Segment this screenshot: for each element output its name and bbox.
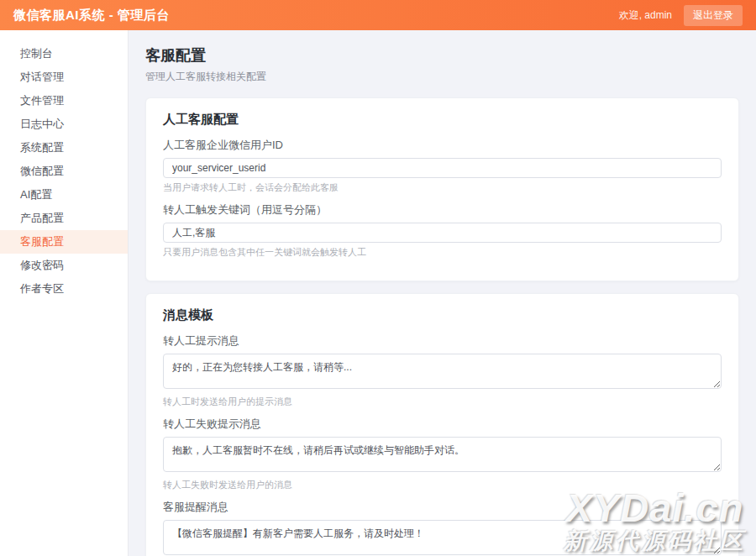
- sidebar-nav: 控制台 对话管理 文件管理 日志中心 系统配置 微信配置 AI配置 产品配置 客…: [0, 30, 129, 556]
- logout-button[interactable]: 退出登录: [684, 5, 743, 26]
- sidebar-item-files[interactable]: 文件管理: [0, 89, 128, 113]
- sidebar-item-system-config[interactable]: 系统配置: [0, 136, 128, 160]
- trigger-keywords-group: 转人工触发关键词（用逗号分隔） 只要用户消息包含其中任一关键词就会触发转人工: [163, 202, 722, 259]
- servicer-config-card: 人工客服配置 人工客服企业微信用户ID 当用户请求转人工时，会话会分配给此客服 …: [145, 97, 739, 281]
- trigger-keywords-input[interactable]: [163, 223, 722, 243]
- main-content: 客服配置 管理人工客服转接相关配置 人工客服配置 人工客服企业微信用户ID 当用…: [129, 30, 756, 556]
- message-template-card: 消息模板 转人工提示消息 好的，正在为您转接人工客服，请稍等... 转人工时发送…: [145, 293, 739, 556]
- template-card-title: 消息模板: [163, 307, 722, 323]
- service-remind-group: 客服提醒消息 【微信客服提醒】有新客户需要人工服务，请及时处理！ 转人工成功时发…: [163, 500, 722, 556]
- transfer-prompt-label: 转人工提示消息: [163, 333, 722, 349]
- page-subtitle: 管理人工客服转接相关配置: [145, 70, 739, 84]
- sidebar-item-product-config[interactable]: 产品配置: [0, 207, 128, 230]
- servicer-userid-label: 人工客服企业微信用户ID: [163, 138, 722, 153]
- sidebar-item-ai-config[interactable]: AI配置: [0, 183, 128, 207]
- transfer-prompt-help: 转人工时发送给用户的提示消息: [163, 396, 722, 408]
- app-header: 微信客服AI系统 - 管理后台 欢迎, admin 退出登录: [0, 0, 756, 30]
- page-title: 客服配置: [145, 45, 739, 66]
- transfer-prompt-group: 转人工提示消息 好的，正在为您转接人工客服，请稍等... 转人工时发送给用户的提…: [163, 333, 722, 408]
- app-title: 微信客服AI系统 - 管理后台: [13, 8, 170, 24]
- sidebar-item-change-password[interactable]: 修改密码: [0, 254, 128, 277]
- service-remind-label: 客服提醒消息: [163, 500, 722, 515]
- service-remind-textarea[interactable]: 【微信客服提醒】有新客户需要人工服务，请及时处理！: [163, 520, 722, 555]
- layout-wrapper: 控制台 对话管理 文件管理 日志中心 系统配置 微信配置 AI配置 产品配置 客…: [0, 30, 756, 556]
- servicer-userid-input[interactable]: [163, 158, 722, 178]
- sidebar-item-author-zone[interactable]: 作者专区: [0, 277, 128, 301]
- servicer-card-title: 人工客服配置: [163, 112, 722, 128]
- header-right: 欢迎, admin 退出登录: [619, 5, 743, 26]
- sidebar-item-wechat-config[interactable]: 微信配置: [0, 160, 128, 183]
- servicer-userid-group: 人工客服企业微信用户ID 当用户请求转人工时，会话会分配给此客服: [163, 138, 722, 194]
- transfer-fail-group: 转人工失败提示消息 抱歉，人工客服暂时不在线，请稍后再试或继续与智能助手对话。 …: [163, 417, 722, 491]
- transfer-prompt-textarea[interactable]: 好的，正在为您转接人工客服，请稍等...: [163, 354, 722, 389]
- sidebar-item-logs[interactable]: 日志中心: [0, 113, 128, 136]
- welcome-text: 欢迎, admin: [619, 8, 672, 23]
- transfer-fail-label: 转人工失败提示消息: [163, 417, 722, 432]
- trigger-keywords-label: 转人工触发关键词（用逗号分隔）: [163, 202, 722, 218]
- sidebar-item-service-config[interactable]: 客服配置: [0, 230, 128, 254]
- trigger-keywords-help: 只要用户消息包含其中任一关键词就会触发转人工: [163, 246, 722, 259]
- servicer-userid-help: 当用户请求转人工时，会话会分配给此客服: [163, 181, 722, 194]
- sidebar-item-dashboard[interactable]: 控制台: [0, 42, 128, 66]
- transfer-fail-help: 转人工失败时发送给用户的消息: [163, 479, 722, 491]
- transfer-fail-textarea[interactable]: 抱歉，人工客服暂时不在线，请稍后再试或继续与智能助手对话。: [163, 437, 722, 472]
- sidebar-item-conversations[interactable]: 对话管理: [0, 66, 128, 89]
